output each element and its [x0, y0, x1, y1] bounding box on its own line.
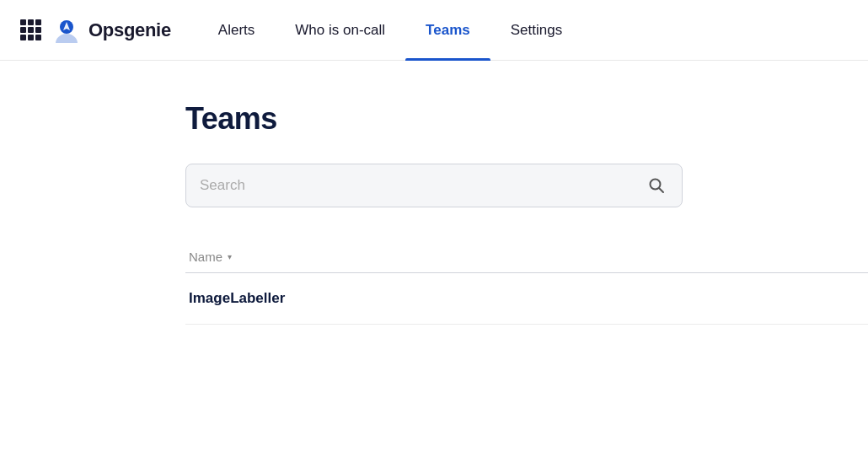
nav-item-teams[interactable]: Teams: [405, 0, 490, 60]
main-content: Teams Name ▾ ImageLabeller: [0, 61, 868, 325]
teams-table: Name ▾ ImageLabeller: [185, 241, 868, 325]
search-container: [185, 164, 683, 207]
search-button[interactable]: [645, 174, 668, 197]
column-name-label: Name: [189, 250, 222, 264]
nav-item-alerts[interactable]: Alerts: [198, 0, 275, 60]
main-nav: Alerts Who is on-call Teams Settings: [198, 0, 582, 60]
chevron-down-icon: ▾: [228, 252, 232, 261]
column-name-header[interactable]: Name ▾: [185, 250, 232, 264]
table-row[interactable]: ImageLabeller: [185, 273, 868, 325]
header: Opsgenie Alerts Who is on-call Teams Set…: [0, 0, 868, 61]
table-header: Name ▾: [185, 241, 868, 273]
logo[interactable]: Opsgenie: [51, 15, 171, 46]
search-input[interactable]: [200, 177, 645, 194]
nav-item-who-is-on-call[interactable]: Who is on-call: [275, 0, 405, 60]
opsgenie-logo-icon: [51, 15, 82, 46]
search-icon: [648, 177, 665, 194]
page-title: Teams: [185, 101, 868, 137]
team-name: ImageLabeller: [189, 290, 285, 307]
logo-text: Opsgenie: [88, 19, 171, 41]
header-left: Opsgenie: [20, 15, 171, 46]
svg-line-2: [659, 188, 663, 192]
search-input-wrapper: [185, 164, 683, 207]
grid-icon[interactable]: [20, 19, 41, 40]
nav-item-settings[interactable]: Settings: [490, 0, 582, 60]
